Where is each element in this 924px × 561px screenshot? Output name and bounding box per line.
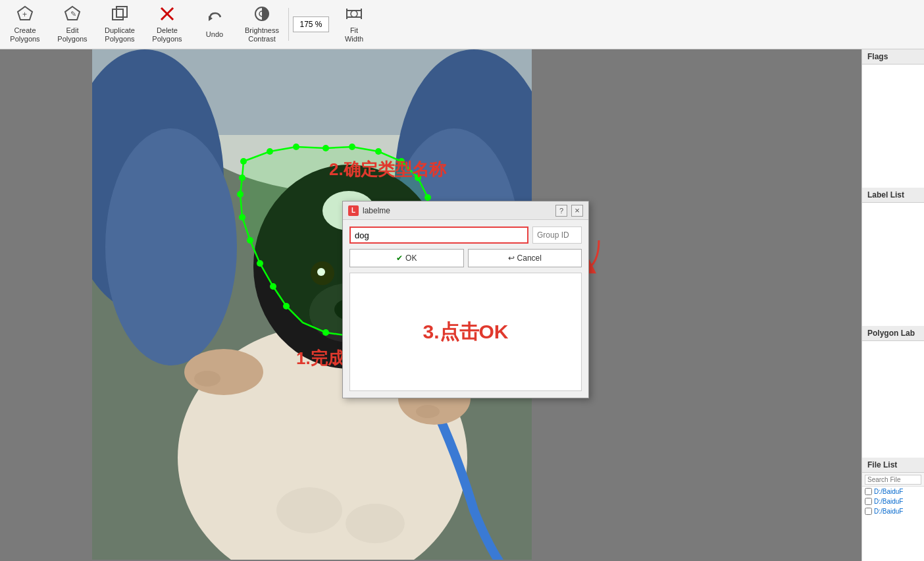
brightness-contrast-icon	[253, 5, 270, 25]
file-item-2[interactable]: D:/BaiduF	[862, 496, 924, 506]
step2-annotation: 2.确定类型名称	[329, 158, 446, 181]
duplicate-polygons-label: DuplicatePolygons	[105, 26, 135, 43]
dialog-title: labelme	[363, 206, 552, 215]
file-search-bar	[862, 473, 924, 487]
fit-width-label: FitWidth	[345, 26, 363, 43]
svg-point-28	[317, 268, 325, 276]
labelme-dialog[interactable]: L labelme ? × dog ✔ OK ↩ Cancel	[342, 201, 589, 398]
duplicate-polygons-icon	[111, 5, 128, 25]
brightness-contrast-label: BrightnessContrast	[245, 26, 279, 43]
svg-rect-5	[116, 7, 127, 17]
brightness-contrast-button[interactable]: BrightnessContrast	[240, 2, 284, 47]
right-sidebar: Flags Label List Polygon Lab File List D…	[861, 49, 924, 561]
label-name-input[interactable]: dog	[349, 227, 528, 244]
toolbar: + Create Polygons ✎ EditPolygons Duplica…	[0, 0, 924, 49]
svg-rect-11	[347, 11, 361, 17]
toolbar-separator	[288, 8, 289, 41]
undo-button[interactable]: Undo	[192, 2, 237, 47]
file-checkbox-2[interactable]	[865, 498, 872, 505]
svg-point-29	[184, 349, 263, 395]
dialog-input-row: dog	[349, 227, 582, 244]
dialog-help-button[interactable]: ?	[555, 205, 567, 217]
fit-width-button[interactable]: FitWidth	[332, 2, 376, 47]
file-list-content: D:/BaiduF D:/BaiduF D:/BaiduF	[862, 487, 924, 561]
edit-polygons-label: EditPolygons	[57, 26, 87, 43]
dialog-body: dog ✔ OK ↩ Cancel 3.点击OK	[343, 220, 588, 398]
ok-checkmark-icon: ✔	[396, 254, 403, 263]
label-list-title: Label List	[862, 188, 924, 203]
create-polygons-label: Create Polygons	[6, 26, 44, 43]
main-layout: 1.完成绘制 2.确定类型名称 L labelme ? × dog	[0, 49, 924, 561]
polygon-label-content	[862, 341, 924, 458]
file-search-input[interactable]	[865, 475, 921, 485]
svg-point-32	[416, 405, 440, 418]
canvas-area[interactable]: 1.完成绘制 2.确定类型名称 L labelme ? × dog	[0, 49, 861, 561]
cancel-icon: ↩	[508, 254, 515, 263]
group-id-input[interactable]	[532, 227, 582, 244]
delete-polygons-label: DeletePolygons	[152, 26, 182, 43]
polygon-label-title: Polygon Lab	[862, 326, 924, 341]
file-name-1: D:/BaiduF	[874, 488, 903, 495]
file-checkbox-1[interactable]	[865, 488, 872, 495]
dialog-app-icon: L	[348, 205, 359, 216]
ok-button[interactable]: ✔ OK	[349, 249, 464, 267]
dialog-btn-row: ✔ OK ↩ Cancel	[349, 249, 582, 267]
create-polygons-button[interactable]: + Create Polygons	[3, 2, 47, 47]
duplicate-polygons-button[interactable]: DuplicatePolygons	[97, 2, 142, 47]
cancel-button[interactable]: ↩ Cancel	[468, 249, 582, 267]
edit-polygons-icon: ✎	[64, 5, 81, 25]
file-list-title: File List	[862, 458, 924, 473]
fit-width-icon	[346, 5, 363, 25]
ok-label: OK	[405, 254, 417, 263]
undo-label: Undo	[206, 30, 223, 39]
delete-polygons-icon	[159, 5, 176, 25]
label-list-content	[862, 203, 924, 326]
zoom-input[interactable]: 175 %	[293, 16, 329, 32]
step3-annotation: 3.点击OK	[423, 319, 508, 346]
file-checkbox-3[interactable]	[865, 508, 872, 515]
svg-text:✎: ✎	[70, 10, 76, 18]
file-item-3[interactable]: D:/BaiduF	[862, 506, 924, 516]
dialog-close-button[interactable]: ×	[571, 205, 583, 217]
svg-text:+: +	[22, 10, 27, 19]
svg-point-34	[346, 504, 405, 543]
label-list-section: Label List	[862, 188, 924, 326]
svg-point-12	[351, 11, 357, 17]
edit-polygons-button[interactable]: ✎ EditPolygons	[50, 2, 95, 47]
file-item-1[interactable]: D:/BaiduF	[862, 487, 924, 496]
flags-content	[862, 65, 924, 188]
file-name-3: D:/BaiduF	[874, 508, 903, 515]
flags-section: Flags	[862, 49, 924, 188]
cancel-label: Cancel	[517, 254, 542, 263]
create-polygons-icon: +	[16, 5, 34, 25]
dialog-titlebar: L labelme ? ×	[343, 201, 588, 220]
file-list-section: File List D:/BaiduF D:/BaiduF D:/BaiduF	[862, 458, 924, 561]
svg-point-19	[105, 128, 237, 365]
file-name-2: D:/BaiduF	[874, 498, 903, 505]
undo-icon	[206, 9, 223, 29]
delete-polygons-button[interactable]: DeletePolygons	[145, 2, 190, 47]
flags-title: Flags	[862, 49, 924, 65]
polygon-label-section: Polygon Lab	[862, 326, 924, 458]
svg-rect-4	[113, 9, 123, 20]
svg-point-33	[276, 487, 342, 533]
svg-point-31	[194, 371, 220, 387]
label-list-box[interactable]: 3.点击OK	[349, 273, 582, 391]
